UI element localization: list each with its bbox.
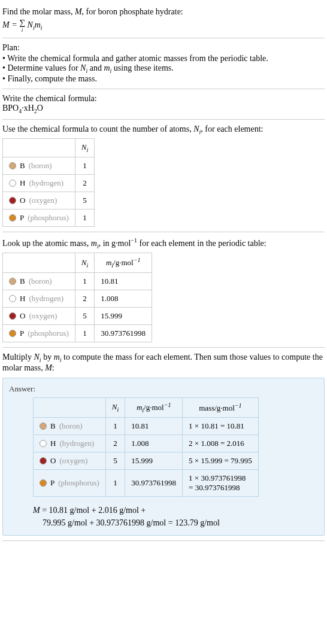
element-swatch (9, 162, 16, 169)
section-atom-count: Use the chemical formula to count the nu… (2, 120, 325, 232)
element-symbol: H (20, 178, 25, 188)
chem-formula-title: Write the chemical formula: (2, 94, 325, 104)
plan-item-1: • Write the chemical formula and gather … (2, 54, 325, 63)
element-cell: O (oxygen) (3, 308, 75, 325)
element-name: (hydrogen) (29, 294, 63, 303)
table-header-row: Ni mi/g·mol−1 mass/g·mol−1 (34, 398, 259, 418)
element-swatch (9, 278, 16, 285)
mass-value: 5 × 15.999 = 79.995 (183, 452, 259, 470)
intro-part2: , for boron phosphate hydrate: (82, 7, 183, 16)
mi-value: 15.999 (95, 308, 152, 325)
intro-part1: Find the molar mass, (2, 7, 75, 16)
element-swatch (40, 440, 47, 447)
mi-value: 30.973761998 (95, 325, 152, 342)
section-compute: Multiply Ni by mi to compute the mass fo… (2, 348, 325, 541)
element-symbol: H (50, 439, 56, 448)
element-swatch (40, 479, 47, 487)
sigma-symbol: ∑ (19, 18, 25, 27)
ni-value: 1 (105, 418, 125, 435)
element-swatch (9, 330, 16, 337)
table-row: P (phosphorus)130.9737619981 × 30.973761… (34, 470, 259, 497)
mass-value: 2 × 1.008 = 2.016 (183, 435, 259, 452)
element-cell: P (phosphorus) (3, 325, 75, 342)
intro-text: Find the molar mass, M, for boron phosph… (2, 7, 325, 17)
ni-value: 2 (75, 290, 94, 308)
ni-value: 1 (75, 273, 94, 290)
formula-Ni: Ni (28, 20, 35, 29)
mi-value: 1.008 (125, 435, 183, 452)
element-cell: O (oxygen) (34, 452, 106, 470)
ni-value: 1 (105, 470, 125, 497)
element-symbol: O (50, 456, 56, 466)
table-row: O (oxygen)515.9995 × 15.999 = 79.995 (34, 452, 259, 470)
ni-value: 1 (75, 209, 94, 226)
element-name: (hydrogen) (29, 178, 63, 188)
element-symbol: B (50, 421, 56, 431)
element-name: (phosphorus) (28, 329, 69, 338)
mi-value: 1.008 (95, 290, 152, 308)
answer-table: Ni mi/g·mol−1 mass/g·mol−1 B (boron)110.… (33, 397, 259, 497)
plan-title: Plan: (2, 43, 325, 53)
element-name: (oxygen) (59, 456, 87, 466)
atom-count-table: Ni B (boron)1H (hydrogen)2O (oxygen)5P (… (2, 138, 95, 227)
element-name: (hydrogen) (59, 439, 94, 448)
formula-mi: mi (35, 20, 43, 29)
var-M: M (75, 7, 82, 16)
atomic-mass-table: Ni mi/g·mol−1 B (boron)110.81H (hydrogen… (2, 253, 152, 342)
table-header-row: Ni (3, 139, 95, 157)
formula-eq: = (10, 20, 19, 29)
element-name: (oxygen) (29, 311, 57, 321)
header-empty (34, 398, 106, 418)
header-mi: mi/g·mol−1 (95, 253, 152, 273)
sigma: ∑i (19, 18, 25, 33)
table-row: H (hydrogen)21.0082 × 1.008 = 2.016 (34, 435, 259, 452)
element-symbol: B (20, 161, 25, 171)
header-mi: mi/g·mol−1 (125, 398, 183, 418)
mi-value: 10.81 (95, 273, 152, 290)
section-intro: Find the molar mass, M, for boron phosph… (2, 2, 325, 38)
element-cell: P (phosphorus) (34, 470, 106, 497)
element-name: (boron) (59, 421, 83, 431)
element-cell: H (hydrogen) (34, 435, 106, 452)
header-mass: mass/g·mol−1 (183, 398, 259, 418)
element-name: (oxygen) (29, 196, 57, 205)
plan-item-3: • Finally, compute the mass. (2, 74, 325, 84)
final-mass-equation: M = 10.81 g/mol + 2.016 g/mol + 79.995 g… (33, 504, 318, 529)
element-symbol: H (20, 294, 25, 303)
atomic-mass-title: Look up the atomic mass, mi, in g·mol−1 … (2, 237, 325, 249)
element-swatch (9, 295, 16, 302)
element-symbol: P (20, 329, 24, 338)
answer-label: Answer: (9, 384, 318, 394)
table-row: O (oxygen)5 (3, 192, 95, 209)
element-swatch (9, 312, 16, 320)
mass-value: 1 × 30.973761998= 30.973761998 (183, 470, 259, 497)
element-symbol: O (20, 311, 25, 321)
plan-item-2: • Determine values for Ni and mi using t… (2, 63, 325, 74)
header-empty (3, 139, 75, 157)
answer-box: Answer: Ni mi/g·mol−1 mass/g·mol−1 B (bo… (2, 378, 325, 536)
element-cell: B (boron) (3, 157, 75, 174)
section-atomic-mass: Look up the atomic mass, mi, in g·mol−1 … (2, 232, 325, 348)
table-header-row: Ni mi/g·mol−1 (3, 253, 152, 273)
element-cell: H (hydrogen) (3, 290, 75, 308)
formula-M: M (2, 20, 10, 29)
element-swatch (9, 180, 16, 187)
plan-list: • Write the chemical formula and gather … (2, 54, 325, 84)
sigma-index: i (19, 28, 25, 33)
ni-value: 5 (105, 452, 125, 470)
table-row: B (boron)110.81 (3, 273, 152, 290)
section-chem-formula: Write the chemical formula: BPO4·xH2O (2, 89, 325, 120)
table-row: P (phosphorus)130.973761998 (3, 325, 152, 342)
header-empty (3, 253, 75, 273)
mass-value: 1 × 10.81 = 10.81 (183, 418, 259, 435)
element-swatch (40, 457, 47, 464)
ni-value: 5 (75, 308, 94, 325)
chemical-formula: BPO4·xH2O (2, 104, 325, 114)
mi-value: 10.81 (125, 418, 183, 435)
ni-value: 2 (105, 435, 125, 452)
element-name: (boron) (29, 161, 52, 171)
element-cell: B (boron) (3, 273, 75, 290)
element-name: (phosphorus) (58, 478, 99, 488)
table-row: O (oxygen)515.999 (3, 308, 152, 325)
element-name: (boron) (29, 277, 52, 286)
